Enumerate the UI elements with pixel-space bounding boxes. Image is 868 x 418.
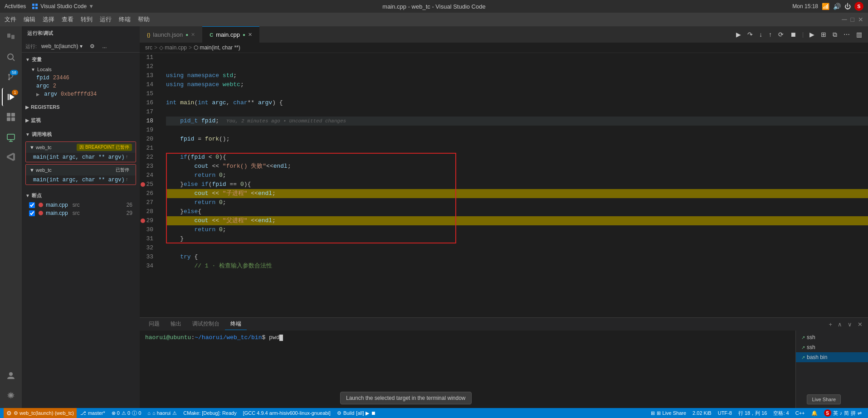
debug-more-btn[interactable]: ... [99,42,109,50]
panel-chevron-up-btn[interactable]: ∧ [836,320,844,329]
tab-launch-json[interactable]: {} launch.json ● ✕ [140,26,202,43]
variables-header[interactable]: ▼ 变量 [22,54,140,65]
panel-tab-output[interactable]: 输出 [165,318,187,330]
watch-section: ▶ 监视 [22,113,140,127]
debug-config-selector[interactable]: web_tc(launch) ▾ [39,42,85,50]
debug-continue-btn[interactable]: ▶ [734,29,743,39]
status-cmake[interactable]: CMake: [Debug]: Ready [180,408,239,418]
close-btn[interactable]: ✕ [858,16,863,23]
activity-source-control[interactable]: 58 [2,68,20,86]
tab-main-cpp[interactable]: C main.cpp ● ✕ [202,26,259,43]
activity-extensions[interactable] [2,108,20,126]
activity-vscode[interactable] [2,148,20,166]
activity-explorer[interactable] [2,28,20,46]
activity-settings[interactable] [2,386,20,404]
tab-close-launch[interactable]: ✕ [191,32,195,38]
menu-select[interactable]: 选择 [43,15,54,24]
sidebar-title: 运行和调试 [22,26,140,40]
activity-run-debug[interactable]: 1 [2,88,20,106]
minimize-btn[interactable]: ─ [842,15,847,24]
menu-terminal[interactable]: 终端 [119,15,131,24]
debug-run-btn[interactable]: ▶ [807,29,817,39]
status-git-branch[interactable]: ⎇ master* [78,408,108,418]
locals-header[interactable]: ▼ Locals [22,65,140,74]
breakpoint-2[interactable]: main.cpp src 29 [22,209,140,217]
status-errors[interactable]: ⊗ 0 ⚠ 0 ⓘ 0 [109,408,144,418]
status-debug-target[interactable]: ⚙ ⚙ web_tc(launch) (web_tc) [4,408,77,418]
tab-bar: {} launch.json ● ✕ C main.cpp ● ✕ ▶ ↷ ↓ … [140,26,868,43]
debug-3dot-btn[interactable]: ⋯ [841,29,852,39]
call-stack-header[interactable]: ▼ 调用堆栈 [22,129,140,140]
status-build[interactable]: ⚙ Build [all] ▶ ⏹ [334,408,379,418]
debug-stop-btn[interactable]: ⏹ [788,29,799,39]
tab-close-main[interactable]: ✕ [248,32,252,38]
status-filesize[interactable]: 2.02 KiB [690,408,714,418]
activities-label[interactable]: Activities [5,3,26,10]
code-editor[interactable]: 11 12 13 14 15 16 17 18 19 20 21 22 23 2… [140,53,868,317]
status-encoding[interactable]: UTF-8 [715,408,735,418]
panel-add-btn[interactable]: + [827,320,834,329]
terminal-item-ssh1[interactable]: ↗ ssh [796,332,868,342]
watch-header[interactable]: ▶ 监视 [22,115,140,126]
call-stack-group2-header[interactable]: ▼ web_tc 已暂停 [26,165,136,175]
svg-rect-3 [35,7,38,9]
network-icon: 📶 [822,3,829,10]
menu-help[interactable]: 帮助 [138,15,150,24]
breakpoints-header[interactable]: ▼ 断点 [22,190,140,201]
panel-tab-terminal[interactable]: 终端 [225,318,247,330]
status-gcc[interactable]: [GCC 4.9.4 arm-hisiv600-linux-gnueabi] [240,408,333,418]
activity-remote[interactable] [2,128,20,146]
menu-file[interactable]: 文件 [5,15,16,24]
status-spaces[interactable]: 空格: 4 [770,408,791,418]
svg-rect-2 [32,7,34,9]
editor-layout-btn[interactable]: ▥ [854,29,864,39]
menu-run[interactable]: 运行 [100,15,112,24]
terminal-split: haorui@ubuntu:~/haorui/web_tc/bin$ pwd ↗… [140,331,868,408]
status-avatar-s[interactable]: S 英 ♪ 简 拼 ⇌ [821,408,865,418]
status-language[interactable]: C++ [793,408,808,418]
call-stack-group-2: ▼ web_tc 已暂停 main(int argc, char ** argv… [25,164,136,185]
code-line-30: return 0; [166,225,868,234]
system-bar: Activities Visual Studio Code ▼ main.cpp… [0,0,868,13]
debug-stepin-btn[interactable]: ↓ [757,29,765,39]
call-stack-group1-header[interactable]: ▼ web_tc 因 BREAKPOINT 已暂停 [26,142,136,153]
maximize-btn[interactable]: □ [851,16,854,23]
svg-rect-0 [32,4,34,6]
status-user[interactable]: ⌂ ⌂ haorui ⚠ [145,408,180,418]
breakpoint-1[interactable]: main.cpp src 26 [22,201,140,209]
debug-toolbar: 运行: web_tc(launch) ▾ ⚙ ... [22,40,140,53]
user-avatar[interactable]: S [854,2,863,11]
menu-view[interactable]: 查看 [62,15,73,24]
code-line-15 [166,89,868,98]
activity-accounts[interactable] [2,366,20,384]
editor-area: {} launch.json ● ✕ C main.cpp ● ✕ ▶ ↷ ↓ … [140,26,868,408]
debug-settings-btn[interactable]: ⚙ [87,42,98,50]
debug-split-btn[interactable]: ⧉ [830,29,839,40]
activity-bar: 58 1 [0,26,22,408]
code-line-11 [166,53,868,62]
panel-tab-debug-console[interactable]: 调试控制台 [187,318,225,330]
stack-func-2[interactable]: main(int argc, char ** argv) ↑ [26,175,136,185]
menu-goto[interactable]: 转到 [81,15,93,24]
debug-stepover-btn[interactable]: ↷ [745,29,755,39]
code-line-18: pid_t fpid; You, 2 minutes ago • Uncommi… [166,117,868,126]
status-notifications[interactable]: 🔔 [809,408,820,418]
debug-stepout-btn[interactable]: ↑ [766,29,774,39]
debug-restart-btn[interactable]: ⟳ [776,29,786,39]
menu-edit[interactable]: 编辑 [24,15,35,24]
breakpoint-1-checkbox[interactable] [29,202,35,208]
breakpoint-2-checkbox[interactable] [29,210,35,216]
stack-func-1[interactable]: main(int argc, char ** argv) ↑ [26,153,136,162]
svg-rect-16 [11,117,15,121]
terminal-item-bash[interactable]: ↗ bash bin [796,352,868,362]
registers-header[interactable]: ▶ Registers [22,102,140,112]
panel-chevron-down-btn[interactable]: ∨ [846,320,854,329]
terminal-item-ssh2[interactable]: ↗ ssh [796,342,868,352]
panel-tab-problems[interactable]: 问题 [143,318,165,330]
status-line-col[interactable]: 行 18，列 16 [736,408,770,418]
debug-run-terminal-btn[interactable]: ⊞ [819,29,829,39]
panel-close-btn[interactable]: ✕ [856,320,864,329]
app-name[interactable]: Visual Studio Code ▼ [31,3,94,10]
activity-search[interactable] [2,48,20,66]
status-live-share[interactable]: ⊞ ⊞ Live Share [648,408,689,418]
